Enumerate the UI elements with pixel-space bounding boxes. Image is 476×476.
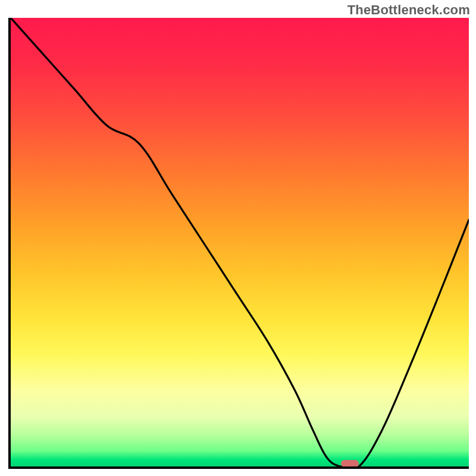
optimal-marker	[341, 460, 359, 467]
bottleneck-curve	[11, 18, 469, 466]
watermark-text: TheBottleneck.com	[347, 2, 470, 18]
plot-area	[8, 18, 469, 469]
chart-frame: TheBottleneck.com	[0, 0, 476, 476]
curve-path	[11, 18, 469, 466]
